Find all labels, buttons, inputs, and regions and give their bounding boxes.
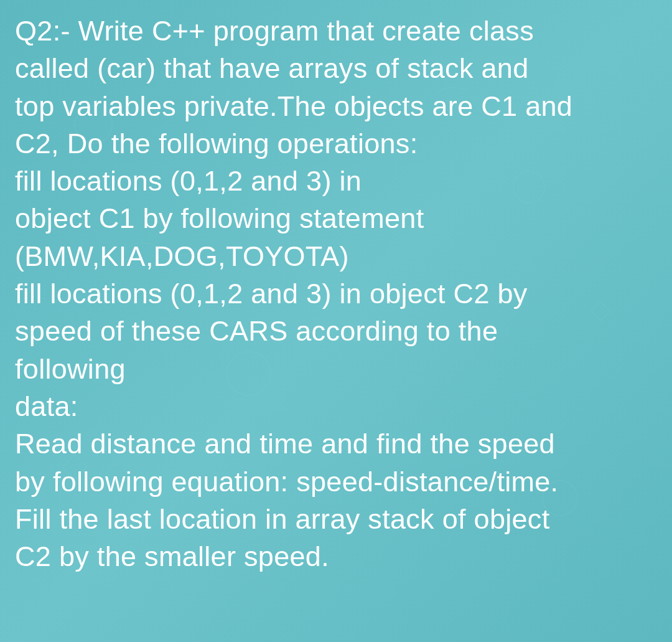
text-line: following [15,351,657,388]
text-line: Fill the last location in array stack of… [15,501,657,538]
text-line: fill locations (0,1,2 and 3) in object C… [15,275,657,313]
text-line: object C1 by following statement [15,200,657,237]
text-line: top variables private.The objects are C1… [15,88,657,125]
text-line: by following equation: speed-distance/ti… [15,463,657,501]
text-line: C2 by the smaller speed. [15,538,657,575]
question-text-container: Q2:- Write C++ program that create class… [0,0,672,588]
text-line: data: [15,388,657,425]
text-line: speed of these CARS according to the [15,313,657,350]
text-line: fill locations (0,1,2 and 3) in [15,163,657,200]
text-line: Read distance and time and find the spee… [15,425,657,463]
text-line: called (car) that have arrays of stack a… [15,50,657,87]
text-line: Q2:- Write C++ program that create class [15,12,657,50]
text-line: C2, Do the following operations: [15,125,657,163]
text-line: (BMW,KIA,DOG,TOYOTA) [15,238,657,275]
